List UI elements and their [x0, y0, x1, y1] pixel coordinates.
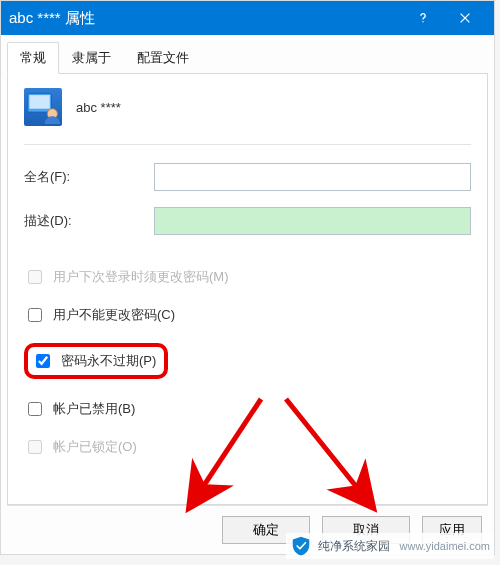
shield-icon — [290, 535, 312, 557]
check-disabled-label: 帐户已禁用(B) — [53, 400, 135, 418]
window-title: abc **** 属性 — [9, 9, 402, 28]
account-name: abc **** — [76, 100, 121, 115]
check-neverexpire[interactable]: 密码永不过期(P) — [32, 351, 156, 371]
checkbox-locked — [28, 440, 42, 454]
checkbox-mustchange — [28, 270, 42, 284]
watermark-url: www.yidaimei.com — [400, 540, 490, 552]
check-neverexpire-label: 密码永不过期(P) — [61, 352, 156, 370]
tab-content: abc **** 全名(F): 描述(D): 用户下次登录时须更改密码(M) 用… — [7, 74, 488, 505]
account-header: abc **** — [24, 88, 471, 126]
checkbox-neverexpire[interactable] — [36, 354, 50, 368]
tab-general[interactable]: 常规 — [7, 42, 59, 74]
fullname-label: 全名(F): — [24, 168, 154, 186]
checkbox-disabled[interactable] — [28, 402, 42, 416]
fullname-row: 全名(F): — [24, 163, 471, 191]
tab-profile[interactable]: 配置文件 — [124, 42, 202, 74]
description-label: 描述(D): — [24, 212, 154, 230]
tabs-strip: 常规 隶属于 配置文件 — [7, 41, 488, 74]
divider — [24, 144, 471, 145]
check-locked: 帐户已锁定(O) — [24, 437, 471, 457]
description-field[interactable] — [154, 207, 471, 235]
description-row: 描述(D): — [24, 207, 471, 235]
watermark: 纯净系统家园 www.yidaimei.com — [286, 533, 494, 559]
highlight-neverexpire: 密码永不过期(P) — [24, 343, 168, 379]
help-button[interactable] — [402, 1, 444, 35]
user-icon — [24, 88, 62, 126]
client-area: 常规 隶属于 配置文件 abc **** 全名(F): — [1, 35, 494, 554]
check-disabled[interactable]: 帐户已禁用(B) — [24, 399, 471, 419]
fullname-field[interactable] — [154, 163, 471, 191]
check-cannotchange-label: 用户不能更改密码(C) — [53, 306, 175, 324]
checkbox-cannotchange[interactable] — [28, 308, 42, 322]
watermark-text: 纯净系统家园 — [318, 538, 390, 555]
titlebar: abc **** 属性 — [1, 1, 494, 35]
svg-rect-4 — [29, 95, 49, 109]
tab-memberof[interactable]: 隶属于 — [59, 42, 124, 74]
svg-point-0 — [422, 21, 423, 22]
window-frame: abc **** 属性 常规 隶属于 配置文件 — [0, 0, 495, 555]
check-mustchange-label: 用户下次登录时须更改密码(M) — [53, 268, 229, 286]
check-cannotchange[interactable]: 用户不能更改密码(C) — [24, 305, 471, 325]
check-mustchange: 用户下次登录时须更改密码(M) — [24, 267, 471, 287]
check-locked-label: 帐户已锁定(O) — [53, 438, 137, 456]
close-button[interactable] — [444, 1, 486, 35]
